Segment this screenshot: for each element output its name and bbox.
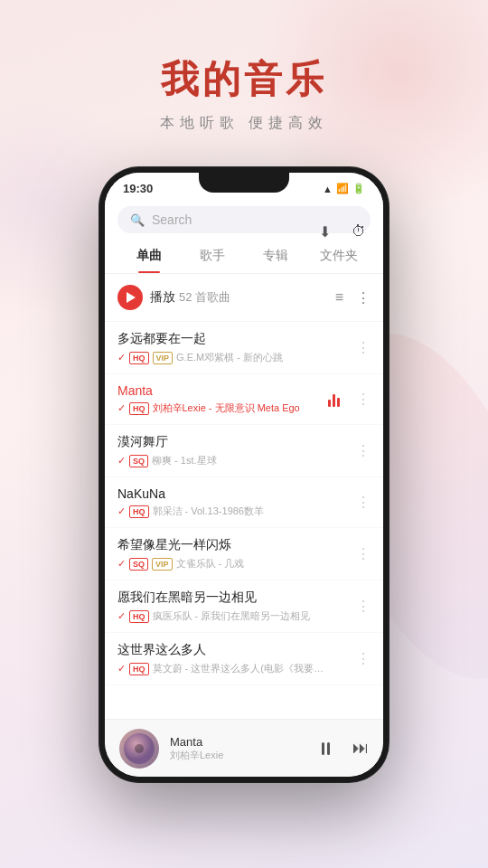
badge-vip: VIP bbox=[153, 352, 174, 364]
song-menu-icon[interactable]: ⋮ bbox=[349, 545, 371, 562]
song-menu-icon[interactable]: ⋮ bbox=[349, 391, 371, 408]
song-info: 希望像星光一样闪烁 ✓ SQ VIP 文雀乐队 - 几戏 bbox=[117, 537, 349, 571]
check-icon: ✓ bbox=[117, 663, 126, 675]
mini-pause-button[interactable] bbox=[313, 736, 338, 761]
song-meta: ✓ HQ 疯医乐队 - 原我们在黑暗另一边相见 bbox=[117, 609, 349, 623]
cover-art-svg bbox=[124, 733, 155, 764]
badge-vip: VIP bbox=[152, 558, 173, 571]
check-icon: ✓ bbox=[117, 610, 126, 622]
eq-bar-1 bbox=[328, 400, 331, 407]
eq-bar-2 bbox=[333, 394, 335, 407]
song-meta: ✓ HQ 莫文蔚 - 这世界这么多人(电影《我要我们在... bbox=[117, 662, 349, 675]
song-name: NaKuNa bbox=[117, 486, 349, 501]
check-icon: ✓ bbox=[117, 402, 126, 414]
badge-sq: SQ bbox=[129, 455, 148, 467]
song-item[interactable]: 愿我们在黑暗另一边相见 ✓ HQ 疯医乐队 - 原我们在黑暗另一边相见 ⋮ bbox=[105, 580, 383, 633]
song-info: 漠河舞厅 ✓ SQ 柳爽 - 1st.星球 bbox=[117, 434, 349, 467]
badge-hq: HQ bbox=[129, 402, 149, 415]
check-icon: ✓ bbox=[117, 505, 126, 517]
status-time: 19:30 bbox=[123, 182, 153, 195]
tab-folder[interactable]: 文件夹 bbox=[307, 239, 371, 273]
song-item[interactable]: Manta ✓ HQ 刘柏辛Lexie - 无限意识 Meta Ego ⋮ bbox=[105, 374, 383, 425]
song-name: 漠河舞厅 bbox=[117, 434, 349, 450]
song-meta: ✓ SQ 柳爽 - 1st.星球 bbox=[117, 454, 349, 467]
tab-artist[interactable]: 歌手 bbox=[181, 239, 244, 273]
song-meta: ✓ HQ 刘柏辛Lexie - 无限意识 Meta Ego bbox=[117, 401, 328, 415]
play-all-icon[interactable] bbox=[117, 285, 143, 310]
badge-hq: HQ bbox=[129, 610, 149, 623]
eq-bar-3 bbox=[337, 398, 340, 407]
list-order-icon[interactable]: ≡ bbox=[335, 289, 343, 306]
song-info: NaKuNa ✓ HQ 郭采洁 - Vol.13-1986数羊 bbox=[117, 486, 349, 518]
song-item[interactable]: 这世界这么多人 ✓ HQ 莫文蔚 - 这世界这么多人(电影《我要我们在... ⋮ bbox=[105, 633, 383, 685]
mini-player[interactable]: Manta 刘柏辛Lexie ⏭ bbox=[105, 719, 383, 777]
song-artist: 文雀乐队 - 几戏 bbox=[176, 557, 245, 571]
song-name: 希望像星光一样闪烁 bbox=[117, 537, 349, 553]
phone-notch bbox=[199, 173, 289, 193]
song-menu-icon[interactable]: ⋮ bbox=[349, 442, 371, 459]
battery-icon: 🔋 bbox=[352, 183, 365, 194]
pause-bar-2 bbox=[327, 742, 330, 755]
svg-point-1 bbox=[135, 744, 144, 753]
song-meta: ✓ HQ VIP G.E.M邓紫棋 - 新的心跳 bbox=[117, 351, 349, 364]
mini-next-button[interactable]: ⏭ bbox=[352, 739, 369, 758]
check-icon: ✓ bbox=[117, 455, 126, 467]
signal-icon: 📶 bbox=[336, 183, 349, 194]
badge-hq: HQ bbox=[129, 663, 149, 675]
mini-controls: ⏭ bbox=[313, 736, 369, 761]
play-all-bar[interactable]: 播放 52 首歌曲 ≡ ⋮ bbox=[105, 274, 383, 322]
song-item[interactable]: 多远都要在一起 ✓ HQ VIP G.E.M邓紫棋 - 新的心跳 ⋮ bbox=[105, 322, 383, 374]
equalizer-icon bbox=[328, 392, 340, 407]
search-placeholder: Search bbox=[152, 212, 192, 227]
song-artist: 刘柏辛Lexie - 无限意识 Meta Ego bbox=[153, 401, 300, 415]
song-name: 愿我们在黑暗另一边相见 bbox=[117, 590, 349, 606]
badge-hq: HQ bbox=[129, 505, 149, 518]
app-header: 我的音乐 本地听歌 便捷高效 bbox=[0, 0, 488, 160]
song-name: 这世界这么多人 bbox=[117, 642, 349, 658]
song-artist: 疯医乐队 - 原我们在黑暗另一边相见 bbox=[153, 609, 311, 623]
song-list: 多远都要在一起 ✓ HQ VIP G.E.M邓紫棋 - 新的心跳 ⋮ Manta bbox=[105, 322, 383, 685]
song-item[interactable]: 希望像星光一样闪烁 ✓ SQ VIP 文雀乐队 - 几戏 ⋮ bbox=[105, 528, 383, 580]
tab-bar: 单曲 歌手 专辑 文件夹 bbox=[105, 239, 383, 274]
song-meta: ✓ HQ 郭采洁 - Vol.13-1986数羊 bbox=[117, 505, 349, 518]
phone-screen: 19:30 ▲ 📶 🔋 🔍 Search ⬇ ⏱ bbox=[105, 173, 383, 777]
check-icon: ✓ bbox=[117, 558, 126, 570]
song-item[interactable]: NaKuNa ✓ HQ 郭采洁 - Vol.13-1986数羊 ⋮ bbox=[105, 477, 383, 528]
play-all-count: 52 首歌曲 bbox=[179, 289, 230, 306]
status-icons: ▲ 📶 🔋 bbox=[323, 183, 365, 194]
app-title: 我的音乐 bbox=[0, 54, 488, 105]
play-bar-actions: ≡ ⋮ bbox=[335, 289, 371, 307]
song-artist: 莫文蔚 - 这世界这么多人(电影《我要我们在... bbox=[153, 662, 333, 675]
song-item[interactable]: 漠河舞厅 ✓ SQ 柳爽 - 1st.星球 ⋮ bbox=[105, 425, 383, 477]
more-options-icon[interactable]: ⋮ bbox=[356, 289, 371, 307]
wifi-icon: ▲ bbox=[323, 184, 333, 194]
app-subtitle: 本地听歌 便捷高效 bbox=[0, 114, 488, 133]
song-info: 愿我们在黑暗另一边相见 ✓ HQ 疯医乐队 - 原我们在黑暗另一边相见 bbox=[117, 590, 349, 623]
song-menu-icon[interactable]: ⋮ bbox=[349, 650, 371, 667]
check-icon: ✓ bbox=[117, 352, 126, 363]
song-info: 多远都要在一起 ✓ HQ VIP G.E.M邓紫棋 - 新的心跳 bbox=[117, 331, 349, 364]
song-menu-icon[interactable]: ⋮ bbox=[349, 494, 371, 511]
mini-artist: 刘柏辛Lexie bbox=[170, 749, 302, 762]
mini-info: Manta 刘柏辛Lexie bbox=[170, 735, 302, 762]
search-icon: 🔍 bbox=[130, 213, 145, 227]
song-artist: 柳爽 - 1st.星球 bbox=[152, 454, 217, 467]
song-info: Manta ✓ HQ 刘柏辛Lexie - 无限意识 Meta Ego bbox=[117, 383, 328, 415]
tab-album[interactable]: 专辑 bbox=[244, 239, 307, 273]
song-name: Manta bbox=[117, 383, 328, 398]
play-all-label: 播放 bbox=[150, 289, 175, 306]
song-artist: G.E.M邓紫棋 - 新的心跳 bbox=[176, 351, 283, 364]
mini-song-name: Manta bbox=[170, 735, 302, 749]
tab-single[interactable]: 单曲 bbox=[117, 239, 181, 273]
song-menu-icon[interactable]: ⋮ bbox=[349, 598, 371, 615]
song-meta: ✓ SQ VIP 文雀乐队 - 几戏 bbox=[117, 557, 349, 571]
song-menu-icon[interactable]: ⋮ bbox=[349, 339, 371, 356]
pause-bar-1 bbox=[322, 742, 324, 755]
song-info: 这世界这么多人 ✓ HQ 莫文蔚 - 这世界这么多人(电影《我要我们在... bbox=[117, 642, 349, 675]
phone-frame: 19:30 ▲ 📶 🔋 🔍 Search ⬇ ⏱ bbox=[99, 167, 389, 782]
phone-mockup: 19:30 ▲ 📶 🔋 🔍 Search ⬇ ⏱ bbox=[99, 167, 389, 782]
badge-hq: HQ bbox=[129, 352, 149, 364]
badge-sq: SQ bbox=[129, 558, 148, 571]
song-name: 多远都要在一起 bbox=[117, 331, 349, 347]
song-artist: 郭采洁 - Vol.13-1986数羊 bbox=[153, 505, 265, 518]
